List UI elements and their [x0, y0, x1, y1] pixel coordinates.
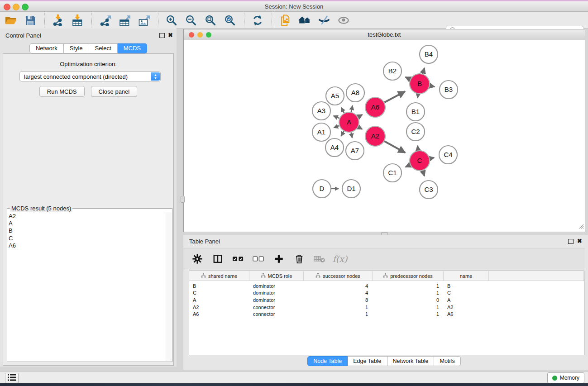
cell-successor-nodes[interactable]: 4	[304, 283, 373, 289]
cell-successor-nodes[interactable]: 1	[304, 305, 373, 310]
gear-button[interactable]	[191, 252, 203, 266]
export-network-button[interactable]	[96, 13, 114, 28]
network-window-titlebar[interactable]: testGlobe.txt	[184, 29, 585, 40]
open-button[interactable]	[2, 13, 20, 28]
edge-B-B1[interactable]	[418, 94, 418, 98]
tab-edge-table[interactable]: Edge Table	[348, 356, 387, 366]
cell-predecessor-nodes[interactable]: 1	[373, 283, 444, 289]
app-titlebar[interactable]: Session: New Session	[0, 1, 588, 12]
cell-shared-name[interactable]: C	[189, 290, 249, 295]
edge-C-C4[interactable]	[430, 157, 435, 158]
column-header-successor-nodes[interactable]: successor nodes	[304, 271, 373, 281]
edge-A-A7[interactable]	[351, 133, 353, 138]
cell-MCDS-role[interactable]: connector	[249, 305, 304, 310]
edge-B-B4[interactable]	[423, 68, 425, 74]
float-panel-icon[interactable]	[159, 33, 165, 38]
mcds-result-item[interactable]: A	[9, 220, 165, 227]
plus-button[interactable]	[273, 252, 285, 266]
column-header-name[interactable]: name	[444, 271, 489, 281]
zoom-in-button[interactable]	[163, 13, 181, 28]
edge-C-C3[interactable]	[423, 171, 425, 176]
clone-network-button[interactable]	[276, 13, 294, 28]
export-image-button[interactable]	[135, 13, 153, 28]
table-row[interactable]: Bdominator41B	[189, 282, 584, 290]
save-button[interactable]	[21, 13, 39, 28]
cell-shared-name[interactable]: A6	[189, 311, 249, 317]
column-header-predecessor-nodes[interactable]: predecessor nodes	[373, 271, 444, 281]
cell-shared-name[interactable]: B	[189, 283, 249, 289]
cell-name[interactable]: B	[444, 283, 489, 289]
tab-mcds[interactable]: MCDS	[118, 43, 147, 53]
edge-A-A8[interactable]	[351, 105, 353, 112]
cell-MCDS-role[interactable]: connector	[249, 311, 304, 317]
edge-A2-C[interactable]	[384, 141, 405, 152]
cell-name[interactable]: A2	[444, 305, 489, 310]
edge-C-C2[interactable]	[417, 146, 418, 150]
tab-select[interactable]: Select	[89, 43, 118, 53]
hide-show-button[interactable]	[315, 13, 333, 28]
table-row[interactable]: A6connector11A6	[189, 310, 584, 318]
cell-successor-nodes[interactable]: 1	[304, 311, 373, 317]
edge-B-B2[interactable]	[406, 77, 411, 79]
column-header-MCDS-role[interactable]: MCDS role	[249, 271, 304, 281]
close-table-panel-icon[interactable]: ✖	[577, 238, 582, 244]
close-panel-button[interactable]: Close panel	[91, 86, 138, 97]
checkbox-checked-pair-button[interactable]	[232, 252, 244, 266]
network-canvas[interactable]: B4B2BB3A8A5A6A3B1AA1C2A2A4A7C4CC1C3DD1	[184, 40, 585, 232]
cell-MCDS-role[interactable]: dominator	[249, 283, 304, 289]
cell-MCDS-role[interactable]: dominator	[249, 290, 304, 295]
edge-A6-B[interactable]	[384, 91, 405, 102]
table-row[interactable]: Cdominator41C	[189, 290, 584, 297]
tab-style[interactable]: Style	[64, 43, 89, 53]
export-table-button[interactable]	[115, 13, 134, 28]
table-row[interactable]: A2connector11A2	[189, 304, 584, 311]
tab-motifs[interactable]: Motifs	[434, 356, 460, 366]
task-history-button[interactable]	[5, 373, 19, 383]
edge-C-C1[interactable]	[406, 165, 410, 167]
home-button[interactable]	[296, 13, 314, 28]
zoom-fit-button[interactable]	[201, 13, 220, 28]
cell-shared-name[interactable]: A2	[189, 305, 249, 310]
tab-node-table[interactable]: Node Table	[307, 356, 348, 366]
edge-A-A5[interactable]	[341, 108, 344, 113]
edge-A-A4[interactable]	[341, 131, 344, 136]
memory-button[interactable]: Memory	[547, 372, 584, 383]
table-row[interactable]: Adominator80A	[189, 296, 584, 304]
resize-grip-icon[interactable]	[578, 223, 584, 231]
close-panel-icon[interactable]: ✖	[168, 32, 173, 38]
cell-MCDS-role[interactable]: dominator	[249, 297, 304, 303]
run-mcds-button[interactable]: Run MCDS	[39, 86, 85, 97]
vertical-splitter-handle[interactable]	[181, 196, 185, 203]
criterion-dropdown[interactable]: largest connected component (directed) ▲…	[19, 71, 161, 81]
checkbox-unchecked-pair-button[interactable]	[253, 252, 264, 266]
import-network-button[interactable]	[49, 13, 67, 28]
split-view-button[interactable]	[212, 252, 224, 266]
edge-A-A2[interactable]	[358, 127, 362, 129]
edge-A-A1[interactable]	[334, 126, 339, 128]
tab-network[interactable]: Network	[29, 43, 64, 53]
cell-predecessor-nodes[interactable]: 1	[373, 311, 444, 317]
cell-name[interactable]: C	[444, 290, 489, 295]
cell-name[interactable]: A6	[444, 311, 489, 317]
zoom-selected-button[interactable]	[221, 13, 239, 28]
zoom-out-button[interactable]	[182, 13, 200, 28]
edge-A-A6[interactable]	[358, 114, 363, 117]
cell-predecessor-nodes[interactable]: 1	[373, 290, 444, 295]
column-header-shared-name[interactable]: shared name	[189, 271, 249, 281]
eye-button[interactable]	[335, 13, 353, 28]
edge-A-A3[interactable]	[334, 116, 339, 118]
mcds-result-item[interactable]: A6	[9, 242, 165, 249]
trash-button[interactable]	[293, 252, 305, 266]
float-table-panel-icon[interactable]	[568, 239, 574, 244]
mcds-result-item[interactable]: B	[9, 227, 165, 234]
cell-shared-name[interactable]: A	[189, 297, 249, 303]
cell-name[interactable]: A	[444, 297, 489, 303]
cell-predecessor-nodes[interactable]: 1	[373, 305, 444, 310]
cell-successor-nodes[interactable]: 8	[304, 297, 373, 303]
cell-successor-nodes[interactable]: 4	[304, 290, 373, 295]
mcds-result-item[interactable]: C	[9, 235, 165, 242]
import-table-button[interactable]	[68, 13, 86, 28]
refresh-button[interactable]	[249, 13, 267, 28]
result-scrollbar[interactable]	[166, 212, 172, 361]
edge-B-B3[interactable]	[430, 86, 435, 87]
